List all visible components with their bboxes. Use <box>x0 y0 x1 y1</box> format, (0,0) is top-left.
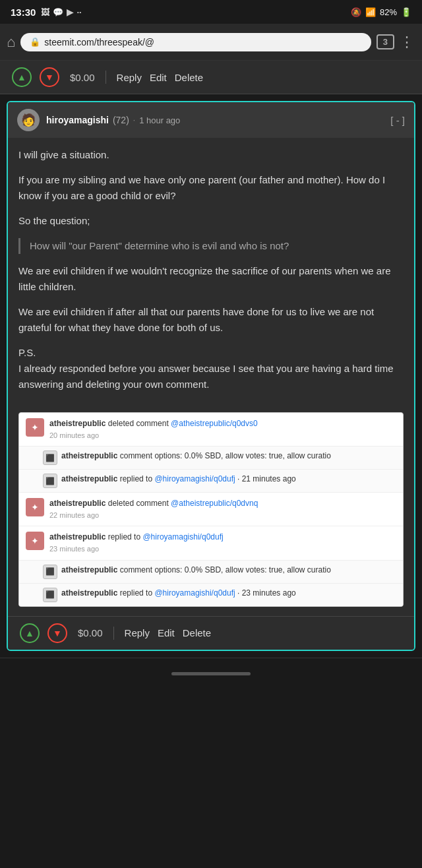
activity-avatar-sm: ⬛ <box>43 450 57 465</box>
activity-sub-item: ⬛ atheistrepublic comment options: 0.0% … <box>19 561 403 584</box>
battery-icon: 🔋 <box>401 7 411 17</box>
activity-sub-user: atheistrepublic <box>61 474 117 483</box>
status-bar: 13:30 🖼 💬 ▶ ·· 🔕 📶 82% 🔋 <box>0 0 422 24</box>
paragraph-3: So the question; <box>18 213 404 229</box>
nav-pill <box>171 672 251 675</box>
author-name: hiroyamagishi <box>46 115 109 125</box>
activity-sub-user: atheistrepublic <box>61 588 117 598</box>
activity-action: deleted comment <box>108 499 171 508</box>
author-rep: (72) <box>113 115 129 125</box>
activity-item: ✦ atheistrepublic deleted comment @athei… <box>19 413 403 447</box>
lock-icon: 🔒 <box>30 37 40 47</box>
activity-time: 20 minutes ago <box>49 431 396 441</box>
activity-user: atheistrepublic <box>49 419 106 428</box>
collapse-button[interactable]: [ - ] <box>390 115 405 126</box>
activity-link: @hiroyamagishi/q0dufj <box>142 532 223 542</box>
activity-avatar: ✦ <box>26 532 44 550</box>
activity-sub-content: atheistrepublic replied to @hiroyamagish… <box>61 588 396 599</box>
activity-item: ✦ atheistrepublic deleted comment @athei… <box>19 493 403 526</box>
bottom-amount: $0.00 <box>78 627 103 638</box>
activity-screenshot: ✦ atheistrepublic deleted comment @athei… <box>18 412 404 607</box>
bottom-separator <box>113 627 114 640</box>
downvote-button[interactable]: ▼ <box>40 67 59 87</box>
more-icon: ·· <box>76 7 81 17</box>
activity-sub-item: ⬛ atheistrepublic comment options: 0.0% … <box>19 447 403 470</box>
activity-user: atheistrepublic <box>49 499 106 508</box>
status-right: 🔕 📶 82% 🔋 <box>351 7 411 17</box>
activity-sub-action: replied to <box>120 474 155 483</box>
activity-sub-content: atheistrepublic replied to @hiroyamagish… <box>61 474 396 485</box>
avatar: 🧑 <box>17 109 40 131</box>
activity-sub-time: · 21 minutes ago <box>237 474 296 483</box>
youtube-icon: ▶ <box>67 7 73 17</box>
activity-content: atheistrepublic deleted comment @atheist… <box>49 498 396 520</box>
activity-sub-action: comment options: 0.0% SBD, allow votes: … <box>120 565 331 574</box>
top-amount: $0.00 <box>70 72 95 83</box>
bottom-delete-button[interactable]: Delete <box>183 627 211 638</box>
bottom-edit-button[interactable]: Edit <box>158 627 175 638</box>
activity-item: ✦ atheistrepublic replied to @hiroyamagi… <box>19 526 403 560</box>
activity-action: replied to <box>108 532 143 542</box>
activity-sub-inner: ⬛ atheistrepublic comment options: 0.0% … <box>43 565 396 579</box>
top-action-bar: ▲ ▼ $0.00 Reply Edit Delete <box>0 61 422 94</box>
activity-user: atheistrepublic <box>49 532 106 542</box>
activity-sub-action: comment options: 0.0% SBD, allow votes: … <box>120 451 331 460</box>
activity-sub-link: @hiroyamagishi/q0dufj <box>154 588 235 598</box>
activity-sub-inner: ⬛ atheistrepublic comment options: 0.0% … <box>43 450 396 465</box>
activity-sub-user: atheistrepublic <box>61 451 117 460</box>
dot-separator: · <box>133 115 135 125</box>
paragraph-6: P.S.I already responded before you answe… <box>18 345 404 392</box>
activity-sub-inner: ⬛ atheistrepublic replied to @hiroyamagi… <box>43 474 396 488</box>
bottom-reply-button[interactable]: Reply <box>125 627 150 638</box>
paragraph-4: We are evil children if we wouldn't reco… <box>18 263 404 295</box>
activity-content: atheistrepublic replied to @hiroyamagish… <box>49 532 396 554</box>
bottom-downvote-button[interactable]: ▼ <box>47 623 67 643</box>
separator <box>106 71 106 84</box>
activity-sub-time: · 23 minutes ago <box>237 588 296 598</box>
browser-menu-icon[interactable]: ⋮ <box>400 34 415 51</box>
activity-action: deleted comment <box>108 419 171 428</box>
author-info: hiroyamagishi (72) · 1 hour ago <box>46 115 384 125</box>
bottom-nav <box>0 658 422 689</box>
wifi-icon: 📶 <box>365 7 376 17</box>
activity-avatar-sm: ⬛ <box>43 588 57 602</box>
home-icon[interactable]: ⌂ <box>7 34 15 51</box>
activity-content: atheistrepublic deleted comment @atheist… <box>49 418 396 441</box>
battery-percent: 82% <box>380 7 397 17</box>
browser-bar: ⌂ 🔒 steemit.com/threespeak/@ 3 ⋮ <box>0 24 422 61</box>
activity-sub-content: atheistrepublic comment options: 0.0% SB… <box>61 450 396 462</box>
activity-sub-user: atheistrepublic <box>61 565 117 574</box>
comment-card: 🧑 hiroyamagishi (72) · 1 hour ago [ - ] … <box>7 101 415 651</box>
time-ago: 1 hour ago <box>139 115 180 125</box>
top-delete-button[interactable]: Delete <box>175 72 203 83</box>
activity-time: 22 minutes ago <box>49 511 396 520</box>
activity-sub-item: ⬛ atheistrepublic replied to @hiroyamagi… <box>19 470 403 493</box>
upvote-button[interactable]: ▲ <box>12 67 32 87</box>
activity-sub-content: atheistrepublic comment options: 0.0% SB… <box>61 565 396 576</box>
activity-avatar: ✦ <box>26 418 44 437</box>
comment-header: 🧑 hiroyamagishi (72) · 1 hour ago [ - ] <box>8 102 414 138</box>
activity-sub-item: ⬛ atheistrepublic replied to @hiroyamagi… <box>19 584 403 606</box>
bottom-action-bar: ▲ ▼ $0.00 Reply Edit Delete <box>8 616 414 650</box>
url-bar[interactable]: 🔒 steemit.com/threespeak/@ <box>20 33 371 51</box>
activity-avatar: ✦ <box>26 498 44 516</box>
activity-sub-action: replied to <box>120 588 155 598</box>
top-edit-button[interactable]: Edit <box>150 72 167 83</box>
activity-sub-inner: ⬛ atheistrepublic replied to @hiroyamagi… <box>43 588 396 602</box>
top-reply-button[interactable]: Reply <box>117 72 142 83</box>
mute-icon: 🔕 <box>351 7 361 17</box>
status-icons: 🖼 💬 ▶ ·· <box>41 7 81 17</box>
activity-avatar-sm: ⬛ <box>43 474 57 488</box>
status-time: 13:30 🖼 💬 ▶ ·· <box>11 7 82 18</box>
activity-avatar-sm: ⬛ <box>43 565 57 579</box>
bottom-upvote-button[interactable]: ▲ <box>20 623 40 643</box>
whatsapp-icon: 💬 <box>53 7 63 17</box>
comment-body: I will give a situation. If you are my s… <box>8 138 414 402</box>
paragraph-1: I will give a situation. <box>18 147 404 163</box>
paragraph-2: If you are my sibling and we have only o… <box>18 172 404 204</box>
blockquote: How will "our Parent" determine who is e… <box>18 238 404 254</box>
tab-count[interactable]: 3 <box>377 34 394 49</box>
paragraph-5: We are evil children if after all that o… <box>18 304 404 336</box>
activity-sub-link: @hiroyamagishi/q0dufj <box>154 474 235 483</box>
activity-link: @atheistrepublic/q0dvs0 <box>171 419 258 428</box>
